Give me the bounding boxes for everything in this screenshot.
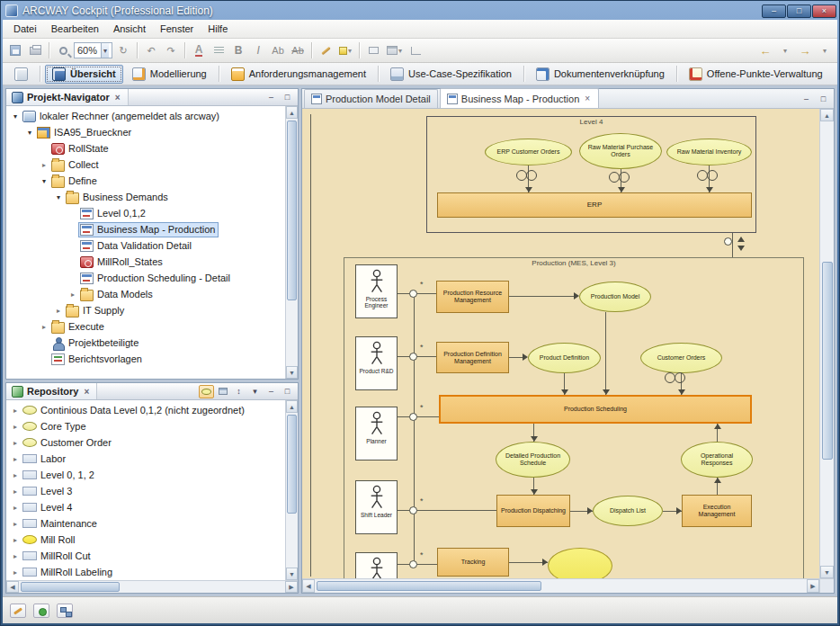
repo-item-labor[interactable]: ▸Labor <box>6 451 298 467</box>
expander-icon[interactable]: ▸ <box>10 471 21 479</box>
actor-product-rd[interactable]: Product R&D <box>355 336 398 390</box>
perspective-modellierung[interactable]: Modellierung <box>125 65 214 84</box>
italic-button[interactable]: I <box>249 41 267 59</box>
chevron-down-icon[interactable]: ▾ <box>348 47 352 55</box>
strikethrough-button[interactable]: Ab <box>289 41 307 59</box>
tree-item-level-012[interactable]: Level 0,1,2 <box>6 205 298 221</box>
expander-icon[interactable]: ▾ <box>24 129 35 137</box>
node-production-scheduling[interactable]: Production Scheduling <box>439 395 752 424</box>
node-production-resource-management[interactable]: Production Resource Management <box>436 281 509 313</box>
outline-icon[interactable] <box>57 604 73 618</box>
scroll-left-arrow[interactable]: ◀ <box>302 579 315 593</box>
nav-back-dropdown[interactable]: ▾ <box>776 41 794 59</box>
redo-button[interactable]: ↷ <box>162 41 180 59</box>
repo-item-mill-roll[interactable]: ▸Mill Roll <box>6 532 298 548</box>
tree-item-business-demands[interactable]: ▾Business Demands <box>6 189 298 205</box>
close-icon[interactable]: × <box>82 387 91 397</box>
scroll-up-arrow[interactable]: ▲ <box>286 400 298 413</box>
minimize-button[interactable]: – <box>762 4 786 18</box>
expander-icon[interactable]: ▸ <box>10 568 21 577</box>
repo-sort-button[interactable]: ↕ <box>231 385 246 398</box>
node-raw-material-inventory[interactable]: Raw Material Inventory <box>666 139 752 165</box>
chevron-down-icon[interactable]: ▾ <box>398 47 402 55</box>
repository-title-tab[interactable]: Repository × <box>6 383 97 399</box>
print-button[interactable] <box>26 41 44 59</box>
tree-item-collect[interactable]: ▸Collect <box>6 156 298 173</box>
expander-icon[interactable]: ▸ <box>39 161 49 169</box>
highlighter-button[interactable]: ▾ <box>336 41 354 59</box>
expander-icon[interactable]: ▸ <box>39 323 49 331</box>
menu-hilfe[interactable]: Hilfe <box>201 22 235 36</box>
diagram-canvas[interactable]: Level 4 ERP Customer Orders Raw Material… <box>302 109 834 593</box>
font-color-button[interactable]: A <box>190 41 208 59</box>
node-dispatch-list[interactable]: Dispatch List <box>593 496 663 526</box>
scrollbar-thumb[interactable] <box>822 262 833 460</box>
pen-button[interactable] <box>317 41 335 59</box>
maximize-button[interactable]: □ <box>787 4 811 18</box>
tree-item-projektbeteiligte[interactable]: Projektbeteiligte <box>6 335 298 351</box>
expander-icon[interactable]: ▸ <box>10 439 21 447</box>
tree-item-rollstate[interactable]: RollState <box>6 140 298 156</box>
scrollbar-thumb[interactable] <box>287 121 297 300</box>
tree-item-data-validation-detail[interactable]: Data Validation Detail <box>6 237 298 254</box>
zoom-combo[interactable]: 60% ▾ <box>74 42 112 58</box>
scroll-left-arrow[interactable]: ◀ <box>6 581 19 593</box>
perspective-switcher-button[interactable] <box>7 65 35 84</box>
scrollbar-thumb[interactable] <box>317 581 541 591</box>
repository-vertical-scrollbar[interactable]: ▲ ▼ <box>285 400 298 580</box>
node-erp-customer-orders[interactable]: ERP Customer Orders <box>485 139 572 165</box>
expander-icon[interactable]: ▸ <box>10 520 21 528</box>
table-button[interactable]: ▾ <box>384 41 405 59</box>
tree-item-data-models[interactable]: ▸Data Models <box>6 286 298 302</box>
expander-icon[interactable]: ▾ <box>53 193 64 201</box>
tree-item-berichtsvorlagen[interactable]: Berichtsvorlagen <box>6 351 298 367</box>
node-raw-material-purchase-orders[interactable]: Raw Material Purchase Orders <box>579 133 662 169</box>
repo-item-customer-order[interactable]: ▸Customer Order <box>6 434 298 451</box>
scroll-down-arrow[interactable]: ▼ <box>286 568 298 580</box>
expander-icon[interactable]: ▸ <box>10 536 21 544</box>
repo-item-millroll-labeling[interactable]: ▸MillRoll Labeling <box>6 564 298 580</box>
scrollbar-thumb[interactable] <box>287 415 297 514</box>
editor-horizontal-scrollbar[interactable]: ◀ ▶ <box>302 578 819 593</box>
node-erp[interactable]: ERP <box>437 192 752 218</box>
sync-status-icon[interactable] <box>33 604 49 618</box>
perspective-offene-punkte[interactable]: Offene-Punkte-Verwaltung <box>682 65 830 84</box>
navigator-title-tab[interactable]: Projekt-Navigator × <box>6 89 129 105</box>
menu-bearbeiten[interactable]: Bearbeiten <box>44 22 106 36</box>
scroll-down-arrow[interactable]: ▼ <box>820 566 834 578</box>
actor-shift-leader[interactable]: Shift Leader <box>355 480 398 534</box>
node-operational-responses[interactable]: Operational Responses <box>681 442 753 478</box>
close-icon[interactable]: × <box>113 93 122 103</box>
tree-item-isa95-brueckner[interactable]: ▾ISA95_Brueckner <box>6 124 298 140</box>
tree-item-business-map-production[interactable]: Business Map - Production <box>6 221 298 237</box>
perspective-anforderungsmanagement[interactable]: Anforderungsmanagement <box>224 65 373 84</box>
tab-production-model-detail[interactable]: Production Model Detail <box>304 89 438 108</box>
repository-horizontal-scrollbar[interactable]: ◀ ▶ <box>6 580 298 593</box>
node-customer-orders[interactable]: Customer Orders <box>640 343 722 373</box>
maximize-view-button[interactable]: □ <box>280 385 295 398</box>
close-icon[interactable]: × <box>583 94 592 103</box>
node-production-model[interactable]: Production Model <box>579 282 651 312</box>
scroll-down-arrow[interactable]: ▼ <box>286 366 298 379</box>
expander-icon[interactable]: ▸ <box>53 307 64 315</box>
expander-icon[interactable]: ▸ <box>67 291 78 299</box>
repo-item-level-0-1-2[interactable]: ▸Level 0, 1, 2 <box>6 467 298 483</box>
perspective-use-case[interactable]: Use-Case-Spezifikation <box>383 65 519 84</box>
node-product-definition[interactable]: Product Definition <box>528 343 601 373</box>
menu-datei[interactable]: Datei <box>6 22 44 36</box>
minimize-editor-button[interactable]: – <box>799 92 814 105</box>
close-button[interactable]: × <box>812 4 836 18</box>
bold-button[interactable]: B <box>229 41 247 59</box>
minimize-view-button[interactable]: – <box>264 91 279 104</box>
refresh-button[interactable]: ↻ <box>114 41 132 59</box>
scroll-up-arrow[interactable]: ▲ <box>286 106 298 119</box>
menu-ansicht[interactable]: Ansicht <box>106 22 153 36</box>
menu-fenster[interactable]: Fenster <box>153 22 201 36</box>
node-unlabeled-ellipse[interactable] <box>548 548 612 578</box>
nav-back-button[interactable]: ← <box>756 41 774 59</box>
font-face-button[interactable]: Ab <box>269 41 287 59</box>
expander-icon[interactable]: ▸ <box>10 504 21 512</box>
repo-item-level-4[interactable]: ▸Level 4 <box>6 499 298 515</box>
minimize-view-button[interactable]: – <box>264 385 279 398</box>
nav-forward-button[interactable]: → <box>796 41 814 59</box>
